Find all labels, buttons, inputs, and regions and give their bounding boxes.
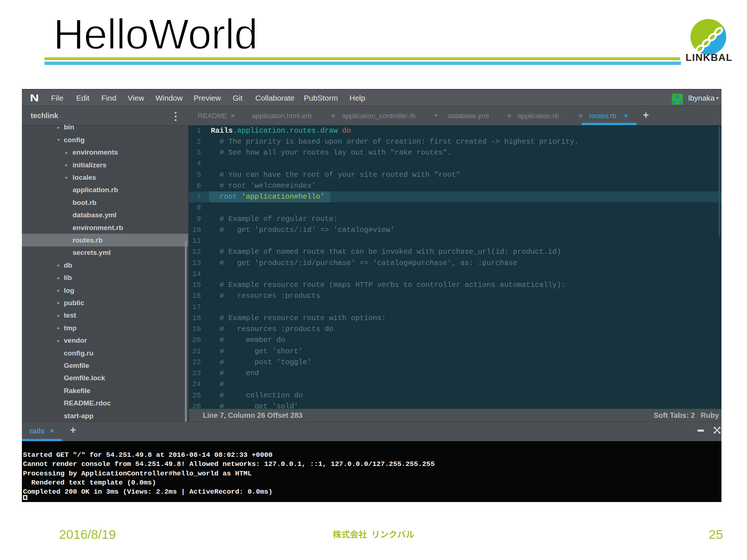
svg-text:LINKBAL: LINKBAL (686, 52, 732, 63)
